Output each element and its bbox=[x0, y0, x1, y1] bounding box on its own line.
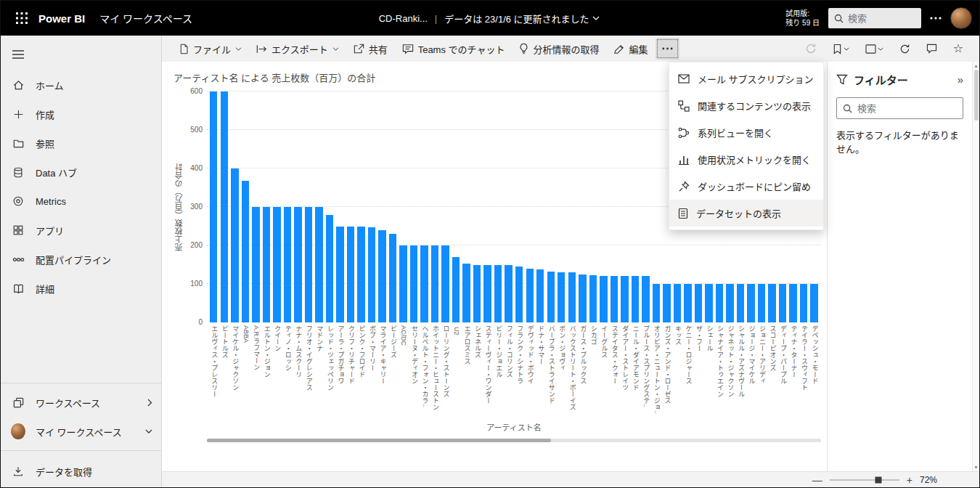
bar[interactable] bbox=[451, 92, 462, 322]
menu-item-label: メール サブスクリプション bbox=[698, 72, 814, 86]
bar[interactable] bbox=[577, 92, 588, 322]
bar[interactable] bbox=[388, 92, 399, 322]
bar[interactable] bbox=[303, 92, 314, 322]
comments-button[interactable] bbox=[923, 41, 940, 57]
zoom-in-button[interactable]: + bbox=[907, 475, 912, 485]
bar[interactable] bbox=[398, 92, 409, 322]
filter-search[interactable] bbox=[836, 97, 963, 119]
bar[interactable] bbox=[430, 92, 441, 322]
favorite-button[interactable]: ☆ bbox=[950, 40, 966, 57]
menu-item-view-dataset[interactable]: データセットの表示 bbox=[669, 200, 823, 227]
edit-button[interactable]: 編集 bbox=[607, 38, 654, 60]
bar[interactable] bbox=[556, 92, 567, 322]
bar[interactable] bbox=[409, 92, 420, 322]
bar[interactable] bbox=[472, 92, 483, 322]
x-axis-label: エルヴィス・プレスリー bbox=[208, 325, 219, 420]
bar[interactable] bbox=[271, 92, 282, 322]
data-updated-dropdown[interactable]: データは 23/1/6 に更新されました bbox=[444, 12, 599, 25]
user-avatar[interactable] bbox=[950, 7, 972, 29]
scroll-down-arrow[interactable]: ▼ bbox=[973, 465, 979, 470]
bar[interactable] bbox=[524, 92, 535, 322]
sidebar-item-browse[interactable]: 参照 bbox=[1, 129, 161, 158]
menu-item-email-subscription[interactable]: メール サブスクリプション bbox=[669, 65, 823, 92]
zoom-slider-thumb[interactable] bbox=[875, 476, 881, 483]
sidebar-item-my-workspace[interactable]: マイ ワークスペース bbox=[1, 417, 161, 446]
vertical-scrollbar[interactable]: ▲ ▼ bbox=[972, 62, 979, 471]
bar[interactable] bbox=[240, 92, 251, 322]
app-launcher-button[interactable] bbox=[9, 6, 34, 30]
bar[interactable] bbox=[324, 92, 335, 322]
sidebar-divider bbox=[1, 450, 161, 451]
bar[interactable] bbox=[482, 92, 493, 322]
sidebar-item-create[interactable]: 作成 bbox=[1, 99, 161, 129]
sidebar-item-learn[interactable]: 詳細 bbox=[1, 274, 161, 303]
chart-scrollbar-thumb[interactable] bbox=[207, 439, 551, 442]
export-menu-button[interactable]: エクスポート bbox=[250, 38, 346, 60]
bar[interactable] bbox=[461, 92, 472, 322]
sidebar-item-data-hub[interactable]: Data ハブ bbox=[1, 158, 161, 187]
global-search[interactable] bbox=[828, 8, 921, 28]
file-menu-button[interactable]: ファイル bbox=[172, 38, 248, 60]
bar[interactable] bbox=[567, 92, 578, 322]
app-logo[interactable]: Power BI bbox=[38, 12, 85, 25]
bar[interactable] bbox=[282, 92, 293, 322]
collapse-pane-icon[interactable]: » bbox=[957, 73, 963, 86]
sidebar-item-workspaces[interactable]: ワークスペース bbox=[1, 388, 161, 417]
scroll-up-arrow[interactable]: ▲ bbox=[973, 63, 979, 68]
menu-item-pin-to-dashboard[interactable]: ダッシュボードにピン留め bbox=[669, 173, 823, 200]
bar[interactable] bbox=[377, 92, 388, 322]
bar[interactable] bbox=[630, 92, 641, 322]
bar[interactable] bbox=[367, 92, 377, 322]
bar[interactable] bbox=[546, 92, 557, 322]
bar[interactable] bbox=[208, 92, 219, 322]
bar[interactable] bbox=[588, 92, 599, 322]
bar[interactable] bbox=[314, 92, 324, 322]
bar[interactable] bbox=[219, 92, 230, 322]
sidebar-item-metrics[interactable]: Metrics bbox=[1, 187, 161, 216]
report-name[interactable]: CD-Ranki... bbox=[379, 13, 428, 24]
chart-horizontal-scrollbar[interactable] bbox=[207, 439, 821, 442]
sidebar-item-deployment-pipelines[interactable]: 配置パイプライン bbox=[1, 245, 161, 274]
x-axis-label: スコーピオンズ bbox=[767, 325, 777, 420]
menu-item-open-usage-metrics[interactable]: 使用状況メトリックを開く bbox=[669, 146, 823, 173]
bookmarks-button[interactable] bbox=[830, 41, 852, 57]
bar[interactable] bbox=[419, 92, 430, 322]
bar[interactable] bbox=[493, 92, 504, 322]
search-input[interactable] bbox=[848, 13, 913, 24]
bar[interactable] bbox=[609, 92, 620, 322]
x-axis-label: バーブラ・ストライサンド bbox=[546, 325, 557, 420]
sidebar-item-home[interactable]: ホーム bbox=[1, 70, 161, 99]
bar[interactable] bbox=[250, 92, 261, 322]
toolbar-more-button[interactable] bbox=[656, 38, 679, 60]
zoom-slider[interactable] bbox=[830, 479, 899, 481]
bar[interactable] bbox=[293, 92, 303, 322]
bar[interactable] bbox=[440, 92, 451, 322]
sidebar-item-apps[interactable]: アプリ bbox=[1, 216, 161, 245]
teams-chat-button[interactable]: Teams でのチャット bbox=[396, 38, 512, 60]
refresh-button[interactable] bbox=[897, 41, 913, 57]
filter-search-input[interactable] bbox=[857, 103, 952, 114]
bar[interactable] bbox=[514, 92, 525, 322]
view-menu-button[interactable] bbox=[862, 41, 886, 57]
menu-item-related-content[interactable]: 関連するコンテンツの表示 bbox=[669, 92, 823, 119]
share-button[interactable]: 共有 bbox=[347, 38, 394, 60]
bar[interactable] bbox=[619, 92, 630, 322]
get-insights-button[interactable]: 分析情報の取得 bbox=[513, 38, 605, 60]
topbar-more-button[interactable] bbox=[930, 17, 942, 20]
bar[interactable] bbox=[346, 92, 356, 322]
bar[interactable] bbox=[503, 92, 514, 322]
bar[interactable] bbox=[535, 92, 546, 322]
bar[interactable] bbox=[335, 92, 346, 322]
zoom-out-button[interactable]: — bbox=[812, 475, 822, 485]
bar[interactable] bbox=[229, 92, 240, 322]
bar[interactable] bbox=[640, 92, 651, 322]
menu-item-open-lineage-view[interactable]: 系列ビューを開く bbox=[669, 119, 823, 146]
bar[interactable] bbox=[651, 92, 662, 322]
chevron-right-icon bbox=[147, 399, 152, 407]
bar[interactable] bbox=[356, 92, 367, 322]
bar[interactable] bbox=[261, 92, 272, 322]
get-data-button[interactable]: データを取得 bbox=[1, 455, 161, 487]
scrollbar-thumb[interactable] bbox=[974, 70, 979, 121]
bar[interactable] bbox=[598, 92, 609, 322]
nav-collapse-button[interactable] bbox=[1, 38, 161, 70]
